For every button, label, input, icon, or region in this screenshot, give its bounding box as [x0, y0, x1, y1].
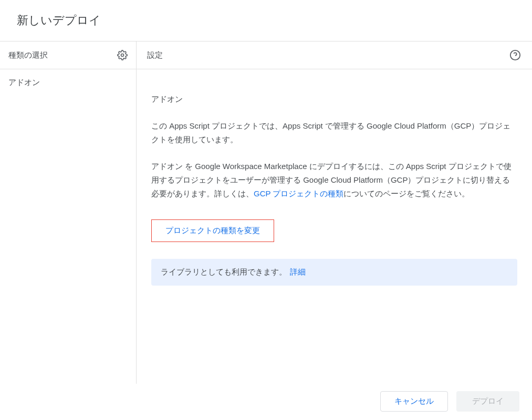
- dialog-body: 種類の選択 アドオン 設定: [0, 41, 532, 384]
- main-header-label: 設定: [147, 50, 163, 60]
- gear-icon[interactable]: [116, 49, 129, 61]
- help-icon[interactable]: [509, 49, 521, 61]
- info-bar-text: ライブラリとしても利用できます。: [161, 267, 287, 276]
- content-section-title: アドオン: [151, 94, 517, 104]
- dialog-footer: キャンセル デプロイ: [0, 384, 532, 420]
- main-panel: 設定 アドオン この Apps Script プロジェクトでは、Apps Scr…: [137, 41, 532, 384]
- sidebar-header: 種類の選択: [0, 41, 136, 69]
- main-header: 設定: [137, 41, 532, 69]
- change-project-type-button[interactable]: プロジェクトの種類を変更: [151, 219, 274, 242]
- sidebar-header-label: 種類の選択: [8, 50, 48, 60]
- library-info-bar: ライブラリとしても利用できます。 詳細: [151, 259, 517, 286]
- gcp-project-types-link[interactable]: GCP プロジェクトの種類: [254, 189, 343, 198]
- info-bar-details-link[interactable]: 詳細: [290, 267, 306, 276]
- main-content: アドオン この Apps Script プロジェクトでは、Apps Script…: [137, 69, 532, 384]
- sidebar-item-addon[interactable]: アドオン: [0, 69, 136, 96]
- paragraph-gcp-info: この Apps Script プロジェクトでは、Apps Script で管理す…: [151, 119, 517, 147]
- paragraph-deploy-info: アドオン を Google Workspace Marketplace にデプロ…: [151, 160, 517, 201]
- new-deployment-dialog: 新しいデプロイ 種類の選択 アドオン 設定: [0, 0, 532, 420]
- paragraph2-post: についてのページをご覧ください。: [343, 189, 470, 198]
- deploy-button: デプロイ: [456, 391, 519, 412]
- sidebar-item-label: アドオン: [8, 78, 40, 87]
- cancel-button[interactable]: キャンセル: [380, 391, 448, 412]
- svg-point-0: [121, 54, 124, 57]
- dialog-title: 新しいデプロイ: [17, 13, 519, 28]
- dialog-header: 新しいデプロイ: [0, 0, 532, 41]
- sidebar: 種類の選択 アドオン: [0, 41, 137, 384]
